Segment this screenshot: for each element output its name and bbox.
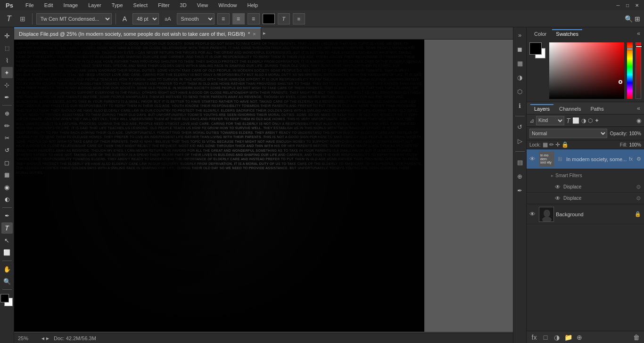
lock-image-pixels-icon[interactable]: ✏ bbox=[549, 141, 554, 148]
create-layer-button[interactable]: ⊕ bbox=[575, 333, 584, 342]
clone-stamp-tool[interactable]: ✂ bbox=[1, 132, 13, 144]
crop-tool[interactable]: ⊹ bbox=[1, 79, 13, 90]
menu-edit[interactable]: Edit bbox=[42, 1, 55, 9]
dodge-tool[interactable]: ◐ bbox=[1, 194, 13, 205]
brush-tool[interactable]: ✏ bbox=[1, 120, 13, 131]
panel-actions-icon[interactable]: ▷ bbox=[514, 135, 526, 147]
magic-wand-tool[interactable]: ✦ bbox=[1, 67, 13, 78]
add-mask-button[interactable]: □ bbox=[541, 333, 550, 342]
path-select-tool[interactable]: ↖ bbox=[1, 235, 13, 246]
fg-bg-color-swatches[interactable] bbox=[0, 294, 14, 307]
layer-kind-select[interactable]: Kind bbox=[536, 116, 564, 125]
move-tool[interactable]: ✛ bbox=[1, 30, 13, 41]
filter-visibility-1[interactable]: 👁 bbox=[555, 184, 561, 190]
lasso-tool[interactable]: ⌇ bbox=[1, 55, 13, 66]
menu-filter[interactable]: Filter bbox=[156, 1, 171, 9]
layers-panel-collapse-button[interactable]: « bbox=[637, 105, 640, 112]
panel-adjust-icon[interactable]: ◑ bbox=[514, 72, 526, 83]
align-left-button[interactable]: ≡ bbox=[217, 13, 230, 24]
text-options-button[interactable]: ≡ bbox=[293, 13, 305, 24]
color-panel-collapse-button[interactable]: « bbox=[637, 30, 640, 37]
align-right-button[interactable]: ≡ bbox=[248, 13, 260, 24]
filter-pixel-icon[interactable]: ⬜ bbox=[572, 117, 579, 124]
lock-position-icon[interactable]: ✛ bbox=[555, 141, 560, 148]
font-size-select[interactable]: 48 pt bbox=[132, 13, 159, 24]
canvas-content[interactable]: LIFE RATHER THAN LIVING WITH THEIR PAREN… bbox=[14, 40, 526, 332]
lock-all-icon[interactable]: 🔒 bbox=[561, 141, 569, 148]
shape-tool[interactable]: ⬜ bbox=[1, 247, 13, 258]
close-button[interactable]: ✕ bbox=[634, 2, 640, 8]
current-color-display[interactable] bbox=[529, 42, 546, 59]
tab-arrow-icon[interactable]: ▸ bbox=[263, 30, 266, 36]
panel-channels-icon[interactable]: ⊕ bbox=[514, 171, 526, 182]
delete-layer-button[interactable]: 🗑 bbox=[632, 333, 641, 342]
create-adjustment-button[interactable]: ◑ bbox=[552, 333, 561, 342]
smooth-select[interactable]: Smooth bbox=[177, 13, 215, 24]
tab-channels[interactable]: Channels bbox=[555, 104, 585, 113]
healing-brush-tool[interactable]: ⊕ bbox=[1, 108, 13, 119]
document-tab[interactable]: Displace File.psd @ 25% (In modern socie… bbox=[14, 27, 261, 40]
bg-layer-visibility-icon[interactable]: 👁 bbox=[529, 211, 537, 218]
text-color-swatch[interactable] bbox=[263, 14, 275, 24]
eraser-tool[interactable]: ◻ bbox=[1, 157, 13, 168]
tab-paths[interactable]: Paths bbox=[587, 104, 608, 113]
filter-options-1[interactable]: ⚙ bbox=[636, 184, 641, 190]
filter-smart-icon[interactable]: ✦ bbox=[594, 117, 599, 124]
filter-item-displace-2[interactable]: 👁 Displace ⚙ bbox=[527, 193, 644, 204]
panel-collapse-icon[interactable]: » bbox=[514, 29, 526, 41]
eyedropper-tool[interactable]: ✒ bbox=[1, 91, 13, 103]
panel-style-icon[interactable]: ⬡ bbox=[514, 86, 526, 97]
gradient-tool[interactable]: ▦ bbox=[1, 169, 13, 180]
foreground-color[interactable] bbox=[0, 294, 9, 302]
scroll-right-button[interactable]: ▸ bbox=[46, 335, 49, 342]
blur-tool[interactable]: ◉ bbox=[1, 181, 13, 193]
history-brush-tool[interactable]: ↺ bbox=[1, 145, 13, 156]
warp-text-button[interactable]: T bbox=[278, 13, 290, 24]
menu-file[interactable]: File bbox=[24, 1, 36, 9]
tab-color[interactable]: Color bbox=[530, 29, 550, 38]
filter-visibility-2[interactable]: 👁 bbox=[555, 195, 561, 202]
search-button[interactable]: 🔍 bbox=[625, 15, 633, 23]
layer-visibility-icon[interactable]: 👁 bbox=[529, 155, 537, 163]
hand-tool[interactable]: ✋ bbox=[1, 263, 13, 275]
fill-value[interactable]: 100% bbox=[629, 142, 641, 147]
foreground-color-swatch[interactable] bbox=[529, 42, 542, 55]
blend-mode-select[interactable]: Normal bbox=[529, 129, 607, 138]
menu-layer[interactable]: Layer bbox=[86, 1, 103, 9]
panel-layers-icon[interactable]: ▤ bbox=[514, 156, 526, 168]
panel-color-icon[interactable]: ◼ bbox=[514, 43, 526, 55]
add-layer-style-button[interactable]: fx bbox=[529, 333, 539, 342]
panel-swatches-icon[interactable]: ▦ bbox=[514, 57, 526, 69]
layer-item-background[interactable]: 👁 Background 🔒 bbox=[527, 204, 644, 224]
layer-settings-icon[interactable]: ⚙ bbox=[636, 156, 641, 162]
color-gradient-picker[interactable] bbox=[549, 42, 624, 99]
tool-options-icon[interactable]: ⊞ bbox=[17, 13, 28, 24]
menu-type[interactable]: Type bbox=[110, 1, 125, 9]
pen-tool[interactable]: ✒ bbox=[1, 210, 13, 221]
tab-layers[interactable]: Layers bbox=[530, 104, 553, 113]
layer-item-text[interactable]: 👁 In mo dern soci ety ⛓ In modern societ… bbox=[527, 149, 644, 169]
align-center-button[interactable]: ≡ bbox=[232, 13, 245, 24]
create-group-button[interactable]: 📁 bbox=[563, 333, 573, 342]
menu-3d[interactable]: 3D bbox=[178, 1, 189, 9]
menu-window[interactable]: Window bbox=[216, 1, 239, 9]
marquee-tool[interactable]: ⬚ bbox=[1, 42, 13, 54]
menu-help[interactable]: Help bbox=[245, 1, 260, 9]
tab-close-button[interactable]: × bbox=[253, 31, 256, 37]
minimize-button[interactable]: ─ bbox=[615, 2, 621, 8]
filter-type-icon[interactable]: T bbox=[566, 117, 570, 124]
maximize-button[interactable]: □ bbox=[624, 2, 631, 8]
scroll-left-button[interactable]: ◂ bbox=[41, 335, 44, 342]
filter-shape-icon[interactable]: ⬡ bbox=[588, 117, 593, 124]
type-tool[interactable]: T bbox=[1, 222, 13, 234]
filter-adjust-icon[interactable]: ◑ bbox=[581, 117, 586, 124]
smart-filters-header[interactable]: ▸ Smart Filters bbox=[527, 169, 644, 181]
panel-history-icon[interactable]: ↺ bbox=[514, 121, 526, 132]
filter-item-displace-1[interactable]: 👁 Displace ⚙ bbox=[527, 181, 644, 193]
alpha-slider[interactable] bbox=[636, 42, 641, 99]
zoom-tool[interactable]: 🔍 bbox=[1, 276, 13, 287]
tab-swatches[interactable]: Swatches bbox=[552, 29, 582, 38]
layout-button[interactable]: ⊞ bbox=[635, 15, 640, 23]
filter-toggle-icon[interactable]: ◉ bbox=[636, 117, 641, 124]
lock-transparent-pixels-icon[interactable]: ▦ bbox=[543, 141, 548, 148]
